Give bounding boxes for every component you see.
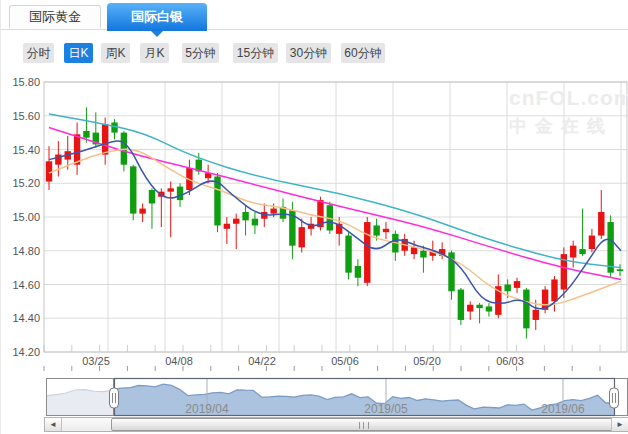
y-axis-tick-label: 15.60 bbox=[1, 110, 40, 122]
tab-gold[interactable]: 国际黄金 bbox=[9, 5, 101, 28]
y-axis-tick-label: 15.00 bbox=[1, 211, 40, 223]
x-axis-tick-label: 06/03 bbox=[496, 355, 524, 367]
navigator bbox=[44, 366, 628, 416]
scroll-right-arrow-icon[interactable]: ► bbox=[611, 418, 628, 431]
period-button-fenshi[interactable]: 分时 bbox=[23, 43, 54, 63]
period-button-30min[interactable]: 30分钟 bbox=[286, 43, 331, 63]
scroll-left-arrow-icon[interactable]: ◄ bbox=[45, 418, 62, 431]
y-axis-tick-label: 15.80 bbox=[1, 76, 40, 88]
period-button-60min[interactable]: 60分钟 bbox=[341, 43, 385, 63]
period-button-monthly-k[interactable]: 月K bbox=[140, 43, 169, 63]
period-button-5min[interactable]: 5分钟 bbox=[182, 43, 219, 63]
y-axis-tick-label: 14.20 bbox=[1, 346, 40, 358]
x-axis-tick-label: 05/20 bbox=[413, 355, 441, 367]
scrollbar-thumb[interactable] bbox=[111, 418, 614, 431]
navigator-left-handle[interactable] bbox=[110, 388, 119, 408]
navigator-month-label: 2019/06 bbox=[541, 402, 584, 416]
candlestick-chart bbox=[1, 0, 628, 434]
navigator-right-handle[interactable] bbox=[610, 388, 619, 408]
silver-quote-page: 国际黄金国际白银 分时日K周K月K5分钟15分钟30分钟60分钟 cnFOL.c… bbox=[0, 0, 628, 434]
x-axis-tick-label: 03/25 bbox=[82, 355, 110, 367]
period-button-weekly-k[interactable]: 周K bbox=[101, 43, 130, 63]
y-axis-tick-label: 15.40 bbox=[1, 144, 40, 156]
navigator-month-label: 2019/04 bbox=[185, 402, 228, 416]
ma-line-ma5 bbox=[49, 141, 621, 309]
scrollbar-grip-icon bbox=[359, 422, 369, 429]
y-axis-tick-label: 15.20 bbox=[1, 177, 40, 189]
y-axis-tick-label: 14.80 bbox=[1, 245, 40, 257]
y-axis-tick-label: 14.60 bbox=[1, 279, 40, 291]
x-axis-tick-label: 04/08 bbox=[165, 355, 193, 367]
grid bbox=[44, 82, 627, 352]
period-button-15min[interactable]: 15分钟 bbox=[233, 43, 278, 63]
y-axis-tick-label: 14.40 bbox=[1, 312, 40, 324]
navigator-month-label: 2019/05 bbox=[364, 402, 407, 416]
tab-silver[interactable]: 国际白银 bbox=[107, 3, 207, 31]
period-button-daily-k[interactable]: 日K bbox=[64, 43, 93, 63]
x-axis-tick-label: 04/22 bbox=[248, 355, 276, 367]
scrollbar[interactable]: ◄ ► bbox=[44, 417, 628, 432]
tab-bar: 国际黄金国际白银 bbox=[1, 0, 628, 30]
x-axis-tick-label: 05/06 bbox=[331, 355, 359, 367]
active-tab-pointer-icon bbox=[151, 31, 163, 37]
